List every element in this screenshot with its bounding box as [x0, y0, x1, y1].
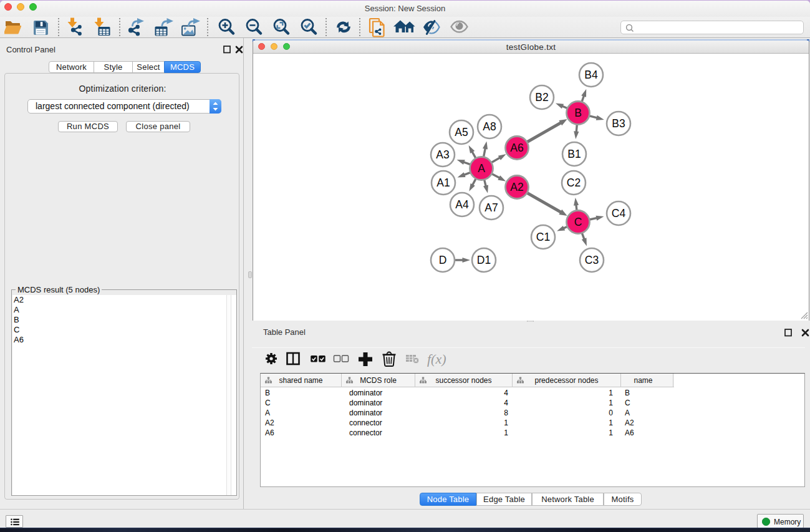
svg-text:D: D	[439, 254, 447, 266]
svg-text:A5: A5	[455, 126, 468, 138]
svg-text:B2: B2	[535, 91, 548, 104]
svg-text:A: A	[478, 162, 485, 175]
svg-text:A7: A7	[485, 201, 498, 214]
svg-text:f(x): f(x)	[427, 351, 446, 367]
svg-text:B: B	[574, 107, 582, 119]
svg-text:C4: C4	[612, 207, 626, 220]
svg-text:C2: C2	[567, 177, 581, 189]
svg-text:B3: B3	[612, 117, 625, 130]
svg-text:C3: C3	[585, 254, 599, 266]
svg-text:B4: B4	[584, 69, 598, 81]
svg-text:A6: A6	[510, 142, 523, 154]
svg-text:A3: A3	[436, 148, 449, 161]
svg-text:A1: A1	[436, 177, 450, 189]
svg-text:A8: A8	[483, 120, 496, 133]
svg-text:D1: D1	[477, 254, 491, 266]
svg-text:C: C	[574, 216, 582, 228]
svg-text:A2: A2	[510, 181, 523, 193]
svg-text:C1: C1	[536, 231, 550, 243]
svg-text:A4: A4	[455, 198, 469, 211]
svg-text:B1: B1	[567, 148, 581, 160]
